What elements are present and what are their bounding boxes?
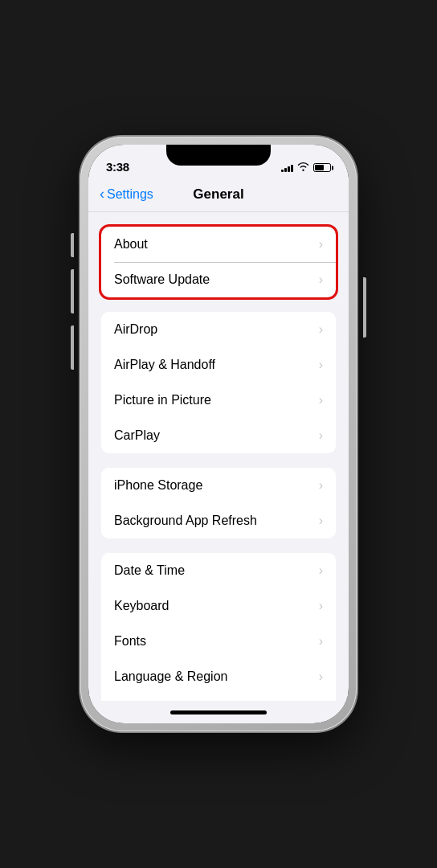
airdrop-row[interactable]: AirDrop ›	[101, 312, 336, 347]
phone-frame: 3:38	[80, 137, 357, 731]
iphone-storage-label: iPhone Storage	[114, 478, 202, 493]
power-button[interactable]	[363, 277, 366, 338]
airplay-handoff-chevron-icon: ›	[319, 358, 323, 372]
back-button[interactable]: ‹ Settings	[100, 187, 153, 202]
fonts-label: Fonts	[114, 634, 146, 649]
volume-up-button[interactable]	[71, 269, 74, 313]
status-icons	[281, 162, 331, 174]
airdrop-chevron-icon: ›	[319, 322, 323, 337]
about-chevron-icon: ›	[319, 237, 323, 252]
dictionary-row[interactable]: Dictionary ›	[101, 694, 336, 701]
volume-down-button[interactable]	[71, 326, 74, 370]
background-app-refresh-row[interactable]: Background App Refresh ›	[101, 503, 336, 538]
phone-screen: 3:38	[88, 145, 349, 723]
keyboard-row[interactable]: Keyboard ›	[101, 588, 336, 624]
page-title: General	[193, 186, 243, 203]
date-time-chevron-icon: ›	[319, 563, 323, 578]
fonts-row[interactable]: Fonts ›	[101, 624, 336, 659]
mute-button[interactable]	[71, 233, 74, 257]
status-time: 3:38	[106, 160, 129, 174]
keyboard-chevron-icon: ›	[319, 599, 323, 613]
picture-in-picture-label: Picture in Picture	[114, 393, 211, 407]
home-bar	[170, 710, 267, 714]
battery-fill	[315, 165, 324, 170]
date-time-label: Date & Time	[114, 563, 185, 578]
airplay-handoff-row[interactable]: AirPlay & Handoff ›	[101, 347, 336, 383]
section-connectivity: AirDrop › AirPlay & Handoff › Picture in…	[88, 312, 349, 453]
background-app-refresh-chevron-icon: ›	[319, 514, 323, 528]
notch	[166, 145, 271, 166]
software-update-label: Software Update	[114, 272, 210, 287]
fonts-chevron-icon: ›	[319, 634, 323, 649]
home-indicator[interactable]	[88, 701, 349, 723]
date-time-row[interactable]: Date & Time ›	[101, 553, 336, 588]
back-chevron-icon: ‹	[100, 186, 104, 201]
back-label: Settings	[107, 187, 153, 202]
picture-in-picture-row[interactable]: Picture in Picture ›	[101, 383, 336, 418]
about-row[interactable]: About ›	[101, 227, 336, 262]
software-update-row[interactable]: Software Update ›	[101, 262, 336, 297]
background-app-refresh-label: Background App Refresh	[114, 514, 257, 528]
screen: 3:38	[88, 145, 349, 723]
carplay-chevron-icon: ›	[319, 428, 323, 443]
section-locale: Date & Time › Keyboard › Fonts › Langu	[88, 553, 349, 701]
airplay-handoff-label: AirPlay & Handoff	[114, 358, 215, 372]
carplay-row[interactable]: CarPlay ›	[101, 418, 336, 453]
about-group: About › Software Update ›	[101, 227, 336, 297]
language-region-label: Language & Region	[114, 669, 227, 684]
wifi-icon	[297, 162, 309, 174]
software-update-chevron-icon: ›	[319, 272, 323, 287]
locale-group: Date & Time › Keyboard › Fonts › Langu	[101, 553, 336, 701]
language-region-row[interactable]: Language & Region ›	[101, 659, 336, 694]
connectivity-group: AirDrop › AirPlay & Handoff › Picture in…	[101, 312, 336, 453]
section-storage: iPhone Storage › Background App Refresh …	[88, 468, 349, 538]
storage-group: iPhone Storage › Background App Refresh …	[101, 468, 336, 538]
carplay-label: CarPlay	[114, 428, 160, 443]
navigation-bar: ‹ Settings General	[88, 177, 349, 212]
iphone-storage-row[interactable]: iPhone Storage ›	[101, 468, 336, 503]
settings-content: About › Software Update › AirDrop	[88, 212, 349, 701]
picture-in-picture-chevron-icon: ›	[319, 393, 323, 407]
iphone-storage-chevron-icon: ›	[319, 478, 323, 493]
keyboard-label: Keyboard	[114, 599, 169, 613]
section-about: About › Software Update ›	[88, 227, 349, 297]
language-region-chevron-icon: ›	[319, 669, 323, 684]
about-label: About	[114, 237, 148, 252]
battery-icon	[313, 163, 331, 172]
airdrop-label: AirDrop	[114, 322, 157, 337]
signal-strength-icon	[281, 163, 293, 172]
